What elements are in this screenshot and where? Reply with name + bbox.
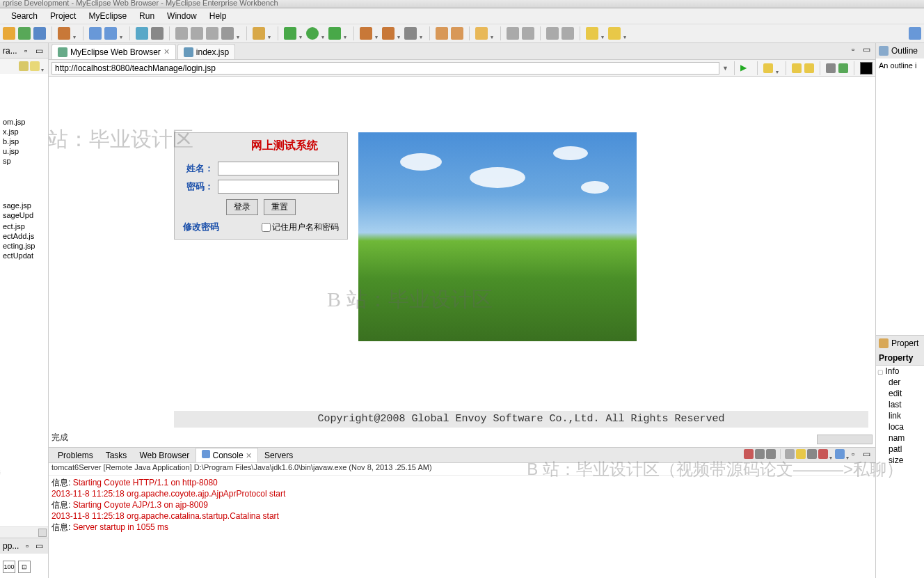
dropdown-icon[interactable] <box>375 31 379 36</box>
file-item[interactable]: ecting.jsp <box>0 241 48 251</box>
tool-icon[interactable] <box>328 27 341 40</box>
back-icon[interactable] <box>586 27 598 40</box>
file-item[interactable]: ect.jsp <box>0 221 48 231</box>
remember-label[interactable]: 记住用户名和密码 <box>262 221 339 233</box>
tool-icon[interactable] <box>191 27 203 40</box>
maximize-icon[interactable]: ▭ <box>35 541 45 551</box>
maximize-icon[interactable]: ▭ <box>35 46 45 56</box>
menu-help[interactable]: Help <box>204 10 232 22</box>
stop-icon[interactable] <box>826 63 836 73</box>
file-item[interactable]: b.jsp <box>0 136 48 146</box>
dropdown-icon[interactable] <box>73 31 77 36</box>
tool-icon[interactable] <box>221 27 234 40</box>
url-input[interactable] <box>51 62 719 75</box>
menu-icon[interactable] <box>41 64 45 68</box>
tool-icon[interactable] <box>451 27 463 40</box>
property-item[interactable]: last <box>876 399 924 410</box>
menu-project[interactable]: Project <box>45 10 81 22</box>
tab-console[interactable]: Console ✕ <box>196 448 258 462</box>
console-tool-icon[interactable] <box>785 449 795 459</box>
tool-icon[interactable] <box>136 27 148 40</box>
dropdown-icon[interactable] <box>776 66 780 70</box>
change-password-link[interactable]: 修改密码 <box>183 221 219 233</box>
tool-icon[interactable] <box>33 27 46 40</box>
console-tool-icon[interactable] <box>818 449 828 459</box>
console-tool-icon[interactable] <box>796 449 806 459</box>
property-item[interactable]: der <box>876 377 924 388</box>
tab-servers[interactable]: Servers <box>258 448 299 462</box>
maximize-icon[interactable]: ▭ <box>863 449 873 459</box>
forward-icon[interactable] <box>804 63 814 73</box>
file-item[interactable]: sage.jsp <box>0 201 48 210</box>
tab-webbrowser[interactable]: Web Browser <box>133 448 196 462</box>
tab-problems[interactable]: Problems <box>51 448 99 462</box>
menu-window[interactable]: Window <box>161 10 202 22</box>
go-icon[interactable]: ▶ <box>740 63 751 74</box>
dropdown-icon[interactable] <box>120 31 124 36</box>
forward-icon[interactable] <box>608 27 621 40</box>
tool-icon[interactable] <box>3 27 15 40</box>
dropdown-icon[interactable] <box>299 31 303 36</box>
dropdown-icon[interactable] <box>623 31 628 36</box>
fav-icon[interactable] <box>763 63 773 73</box>
menu-search[interactable]: Search <box>6 10 43 22</box>
tool-icon[interactable] <box>104 27 117 40</box>
file-item[interactable]: u.jsp <box>0 146 48 156</box>
console-tool-icon[interactable] <box>755 449 765 459</box>
tool-icon[interactable] <box>151 27 164 40</box>
tool-icon[interactable] <box>253 27 265 40</box>
tab-indexjsp[interactable]: index.jsp <box>177 44 235 59</box>
minimize-icon[interactable]: ▫ <box>24 46 34 56</box>
dropdown-icon[interactable]: ▼ <box>722 65 728 72</box>
dropdown-icon[interactable] <box>268 31 272 36</box>
file-item[interactable]: x.jsp <box>0 127 48 136</box>
tool-icon[interactable] <box>561 27 574 40</box>
tool-icon[interactable] <box>58 27 70 40</box>
dropdown-icon[interactable] <box>237 31 241 36</box>
dropdown-icon[interactable] <box>846 452 850 456</box>
tool-icon[interactable] <box>175 27 188 40</box>
remember-checkbox[interactable] <box>262 223 271 232</box>
dropdown-icon[interactable] <box>321 31 326 36</box>
back-icon[interactable] <box>792 63 802 73</box>
property-item[interactable]: size <box>876 455 924 466</box>
reset-button[interactable]: 重置 <box>264 199 296 215</box>
dropdown-icon[interactable] <box>601 31 605 36</box>
perspective-icon[interactable] <box>909 27 921 40</box>
dropdown-icon[interactable] <box>829 452 834 456</box>
tool-icon[interactable] <box>18 27 31 40</box>
properties-body[interactable]: Property Info der edit last link loca na… <box>876 351 924 466</box>
login-button[interactable]: 登录 <box>226 199 258 215</box>
console-tool-icon[interactable] <box>766 449 776 459</box>
file-tree[interactable]: om.jsp x.jsp b.jsp u.jsp sp sage.jsp sag… <box>0 74 48 526</box>
console-tool-icon[interactable] <box>835 449 845 459</box>
maximize-icon[interactable]: ▭ <box>863 45 873 54</box>
name-input[interactable] <box>218 162 339 175</box>
close-icon[interactable]: ✕ <box>246 451 252 460</box>
tool-icon[interactable] <box>475 27 488 40</box>
menu-run[interactable]: Run <box>134 10 160 22</box>
view-icon[interactable]: ⊡ <box>18 561 31 573</box>
file-item[interactable]: ectAdd.js <box>0 231 48 241</box>
link-icon[interactable] <box>30 61 40 71</box>
console-output[interactable]: 信息: Starting Coyote HTTP/1.1 on http-808… <box>49 476 875 578</box>
debug-icon[interactable] <box>284 27 296 40</box>
view-icon[interactable]: 100 <box>3 561 15 573</box>
console-tool-icon[interactable] <box>807 449 817 459</box>
file-item[interactable]: ectUpdat <box>0 251 48 260</box>
property-group[interactable]: Info <box>876 366 924 377</box>
password-input[interactable] <box>218 180 339 194</box>
tool-icon[interactable] <box>360 27 372 40</box>
file-item[interactable]: sageUpd <box>0 210 48 220</box>
property-item[interactable]: patl <box>876 444 924 455</box>
scrollbar[interactable] <box>817 435 873 444</box>
tool-icon[interactable] <box>89 27 102 40</box>
scrollbar[interactable] <box>0 526 48 538</box>
refresh-icon[interactable] <box>838 63 848 73</box>
tab-browser[interactable]: MyEclipse Web Browser ✕ <box>51 44 176 59</box>
dropdown-icon[interactable] <box>420 31 424 36</box>
dropdown-icon[interactable] <box>344 31 348 36</box>
file-item[interactable]: om.jsp <box>0 117 48 127</box>
tool-icon[interactable] <box>206 27 218 40</box>
property-item[interactable]: edit <box>876 388 924 399</box>
